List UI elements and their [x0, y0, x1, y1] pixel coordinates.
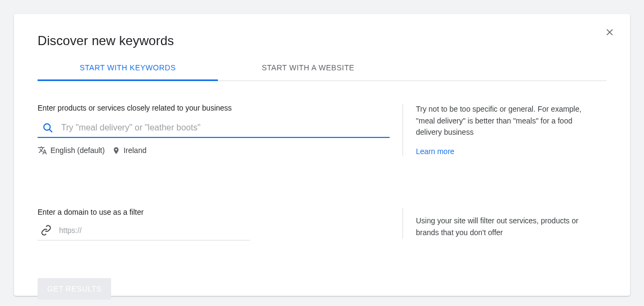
- location-selector[interactable]: Ireland: [112, 146, 147, 155]
- domain-label: Enter a domain to use as a filter: [38, 208, 390, 216]
- close-icon: [605, 27, 614, 37]
- keywords-hint: Try not to be too specific or general. F…: [416, 104, 598, 139]
- location-icon: [112, 147, 120, 155]
- search-icon: [42, 122, 54, 134]
- keyword-planner-card: Discover new keywords START WITH KEYWORD…: [14, 14, 630, 296]
- domain-input[interactable]: [59, 226, 250, 235]
- svg-line-3: [49, 129, 52, 132]
- tab-website[interactable]: START WITH A WEBSITE: [218, 57, 398, 81]
- link-icon: [41, 225, 52, 236]
- svg-point-2: [44, 124, 50, 130]
- page-title: Discover new keywords: [38, 33, 606, 48]
- keywords-input-wrap: [38, 119, 390, 138]
- language-selector[interactable]: English (default): [38, 145, 105, 155]
- keywords-input[interactable]: [61, 123, 390, 133]
- get-results-button[interactable]: GET RESULTS: [38, 278, 111, 300]
- domain-hint: Using your site will filter out services…: [416, 215, 598, 238]
- tab-keywords[interactable]: START WITH KEYWORDS: [38, 57, 218, 81]
- tab-bar: START WITH KEYWORDS START WITH A WEBSITE: [38, 57, 606, 81]
- domain-input-wrap: [38, 223, 250, 241]
- keywords-section: Enter products or services closely relat…: [38, 104, 606, 156]
- learn-more-link[interactable]: Learn more: [416, 147, 455, 156]
- close-button[interactable]: [603, 26, 616, 39]
- language-label: English (default): [50, 146, 105, 155]
- domain-section: Enter a domain to use as a filter Using …: [38, 208, 606, 241]
- translate-icon: [38, 145, 47, 155]
- location-label: Ireland: [123, 146, 147, 155]
- keywords-label: Enter products or services closely relat…: [38, 104, 390, 112]
